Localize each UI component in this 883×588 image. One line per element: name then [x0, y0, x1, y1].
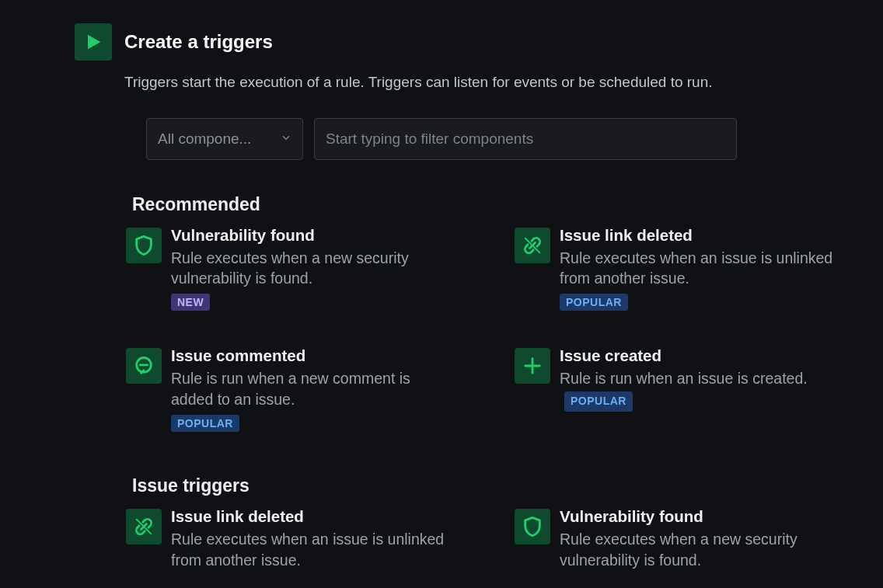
- issue-triggers-grid: Issue link deleted Rule executes when an…: [126, 509, 808, 571]
- card-content: Issue link deleted Rule executes when an…: [560, 228, 839, 311]
- page-header: Create a triggers: [75, 23, 808, 61]
- unlink-icon: [515, 228, 550, 263]
- trigger-card-issue-link-deleted[interactable]: Issue link deleted Rule executes when an…: [515, 228, 883, 311]
- unlink-icon: [126, 509, 162, 545]
- new-badge: NEW: [171, 294, 210, 311]
- card-desc: Rule is run when a new comment is added …: [171, 368, 451, 410]
- card-desc: Rule executes when an issue is unlinked …: [560, 248, 839, 290]
- card-title: Issue link deleted: [560, 226, 839, 245]
- create-trigger-page: Create a triggers Triggers start the exe…: [0, 0, 883, 571]
- section-heading-recommended: Recommended: [132, 194, 808, 215]
- filter-input[interactable]: [314, 118, 737, 160]
- plus-icon: [515, 348, 550, 384]
- card-content: Vulnerability found Rule executes when a…: [171, 228, 451, 311]
- trigger-card-vulnerability-found[interactable]: Vulnerability found Rule executes when a…: [126, 228, 515, 311]
- component-select[interactable]: All compone...: [146, 118, 303, 160]
- shield-icon: [126, 228, 162, 263]
- card-desc-text: Rule is run when an issue is created.: [560, 370, 808, 387]
- card-title: Issue created: [560, 346, 839, 365]
- card-desc: Rule is run when an issue is created. PO…: [560, 368, 839, 411]
- trigger-card-issue-link-deleted[interactable]: Issue link deleted Rule executes when an…: [126, 509, 515, 571]
- card-desc: Rule executes when an issue is unlinked …: [171, 529, 451, 571]
- card-title: Vulnerability found: [171, 226, 451, 245]
- card-title: Issue commented: [171, 346, 451, 365]
- card-content: Issue link deleted Rule executes when an…: [171, 509, 451, 571]
- page-title: Create a triggers: [124, 31, 273, 53]
- controls-row: All compone...: [146, 118, 808, 160]
- recommended-grid: Vulnerability found Rule executes when a…: [126, 228, 808, 433]
- popular-badge: POPULAR: [564, 391, 633, 411]
- popular-badge: POPULAR: [171, 415, 239, 432]
- trigger-card-issue-commented[interactable]: Issue commented Rule is run when a new c…: [126, 348, 515, 432]
- component-select-label: All compone...: [158, 130, 251, 148]
- section-heading-issue-triggers: Issue triggers: [132, 475, 808, 496]
- card-content: Issue created Rule is run when an issue …: [560, 348, 839, 432]
- card-desc: Rule executes when a new security vulner…: [171, 248, 451, 290]
- page-subtitle: Triggers start the execution of a rule. …: [124, 71, 808, 93]
- card-content: Vulnerability found Rule executes when a…: [560, 509, 839, 571]
- card-title: Vulnerability found: [560, 507, 839, 526]
- shield-icon: [515, 509, 550, 545]
- card-desc: Rule executes when a new security vulner…: [560, 529, 839, 571]
- play-icon: [75, 23, 112, 61]
- trigger-card-vulnerability-found[interactable]: Vulnerability found Rule executes when a…: [515, 509, 883, 571]
- card-content: Issue commented Rule is run when a new c…: [171, 348, 451, 432]
- chevron-down-icon: [281, 132, 291, 146]
- popular-badge: POPULAR: [560, 294, 628, 311]
- card-title: Issue link deleted: [171, 507, 451, 526]
- trigger-card-issue-created[interactable]: Issue created Rule is run when an issue …: [515, 348, 883, 432]
- comment-icon: [126, 348, 162, 384]
